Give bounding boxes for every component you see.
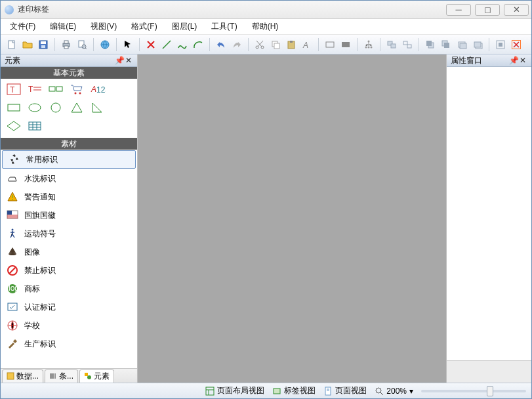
svg-rect-15: [274, 43, 279, 49]
pin-icon[interactable]: 📌: [115, 56, 124, 65]
material-label: 生产标识: [24, 339, 56, 350]
slider-thumb[interactable]: [487, 386, 493, 396]
school-icon: [6, 319, 19, 332]
curve-button[interactable]: [175, 37, 190, 52]
rect-fill-button[interactable]: [338, 37, 353, 52]
zoom-dropdown[interactable]: 200% ▾: [375, 387, 413, 396]
page-layout-view-button[interactable]: 页面布局视图: [205, 385, 264, 396]
copy-button[interactable]: [268, 37, 283, 52]
delete-button[interactable]: [144, 37, 158, 52]
forward-button[interactable]: [455, 37, 469, 52]
tab-elements[interactable]: 元素: [79, 369, 114, 383]
svg-rect-27: [403, 41, 407, 45]
text-box-icon[interactable]: T: [6, 82, 22, 98]
material-item-warning[interactable]: 警告通知: [1, 188, 137, 206]
close-panel-button[interactable]: [509, 37, 523, 52]
material-item-wash[interactable]: 水洗标识: [1, 169, 137, 188]
svg-rect-62: [7, 211, 12, 215]
material-item-forbid[interactable]: 禁止标识: [1, 261, 137, 280]
svg-point-23: [368, 46, 370, 48]
grid-icon: [7, 372, 14, 380]
print-button[interactable]: [59, 37, 73, 52]
svg-line-89: [380, 392, 383, 395]
chevron-down-icon: ▾: [409, 387, 413, 396]
material-item-production[interactable]: 生产标识: [1, 335, 137, 353]
elements-panel-header: 元素 📌 ✕: [1, 54, 137, 67]
arc-button[interactable]: [191, 37, 205, 52]
svg-line-9: [85, 48, 87, 49]
redo-button[interactable]: [230, 37, 244, 52]
menu-file[interactable]: 文件(F): [7, 20, 38, 33]
diamond-icon[interactable]: [6, 119, 22, 135]
minimize-button[interactable]: ─: [446, 4, 471, 16]
material-item-logo[interactable]: log商标: [1, 280, 137, 298]
maximize-button[interactable]: ◻: [475, 4, 500, 16]
text-line-icon[interactable]: T: [27, 82, 43, 98]
label-view-button[interactable]: 标签视图: [272, 385, 316, 396]
status-label: 标签视图: [284, 385, 316, 396]
elements-panel: 元素 📌 ✕ 基本元素 T T A123 素材 常用标识 水洗标识 警告通知 国…: [1, 54, 138, 383]
page-view-button[interactable]: 页面视图: [323, 385, 367, 396]
close-icon[interactable]: ✕: [124, 56, 133, 65]
back-button[interactable]: [439, 37, 453, 52]
material-item-flag[interactable]: 国旗国徽: [1, 206, 137, 224]
svg-rect-7: [79, 41, 84, 47]
material-item-sport[interactable]: 运动符号: [1, 224, 137, 243]
globe-button[interactable]: [98, 37, 112, 52]
tree-button[interactable]: [361, 37, 376, 52]
circle-icon[interactable]: [48, 100, 64, 117]
line-button[interactable]: [159, 37, 174, 52]
svg-point-47: [75, 92, 77, 94]
menu-help[interactable]: 帮助(H): [249, 20, 281, 33]
save-button[interactable]: [36, 37, 51, 52]
shapes-icon: [84, 372, 92, 380]
menu-view[interactable]: 视图(V): [88, 20, 119, 33]
ungroup-button[interactable]: [400, 37, 415, 52]
group-button[interactable]: [384, 37, 399, 52]
rect-shape-icon[interactable]: [6, 100, 22, 117]
close-button[interactable]: ✕: [504, 4, 529, 16]
barcode-icon: [49, 372, 57, 380]
svg-point-67: [9, 253, 16, 255]
font-button[interactable]: A: [300, 37, 314, 52]
svg-line-11: [163, 41, 171, 49]
cart-icon[interactable]: [69, 82, 85, 98]
close-icon[interactable]: ✕: [518, 56, 527, 65]
undo-button[interactable]: [214, 37, 228, 52]
material-item-cert[interactable]: 认证标记: [1, 298, 137, 316]
backward-button[interactable]: [470, 37, 485, 52]
material-item-common[interactable]: 常用标识: [2, 150, 136, 169]
cut-button[interactable]: [253, 37, 267, 52]
number-icon[interactable]: A123: [90, 82, 106, 98]
material-item-image[interactable]: 图像: [1, 243, 137, 261]
svg-text:A: A: [91, 85, 96, 94]
material-item-school[interactable]: 学校: [1, 316, 137, 335]
field-icon[interactable]: [48, 82, 64, 98]
pointer-button[interactable]: [121, 37, 135, 52]
rect-button[interactable]: [323, 37, 337, 52]
table-icon[interactable]: [27, 119, 43, 135]
pin-icon[interactable]: 📌: [509, 56, 518, 65]
ellipse-icon[interactable]: [27, 100, 43, 117]
properties-footer: [447, 360, 531, 383]
menu-tools[interactable]: 工具(T): [209, 20, 239, 33]
tab-data[interactable]: 数据...: [2, 369, 43, 383]
preview-button[interactable]: [75, 37, 89, 52]
new-button[interactable]: [5, 37, 19, 52]
triangle-icon[interactable]: [69, 100, 85, 117]
svg-rect-2: [41, 41, 46, 44]
menu-edit[interactable]: 编辑(E): [47, 20, 79, 33]
menu-format[interactable]: 格式(F): [129, 20, 159, 33]
zoom-slider[interactable]: [421, 390, 526, 392]
settings-button[interactable]: [493, 37, 508, 52]
svg-rect-20: [342, 42, 350, 47]
canvas[interactable]: [138, 54, 446, 383]
svg-rect-84: [274, 388, 280, 394]
tab-barcode[interactable]: 条...: [45, 369, 78, 383]
right-triangle-icon[interactable]: [90, 100, 106, 117]
open-button[interactable]: [20, 37, 35, 52]
menu-layer[interactable]: 图层(L): [169, 20, 200, 33]
svg-rect-38: [499, 43, 502, 47]
front-button[interactable]: [423, 37, 438, 52]
paste-button[interactable]: [284, 37, 298, 52]
